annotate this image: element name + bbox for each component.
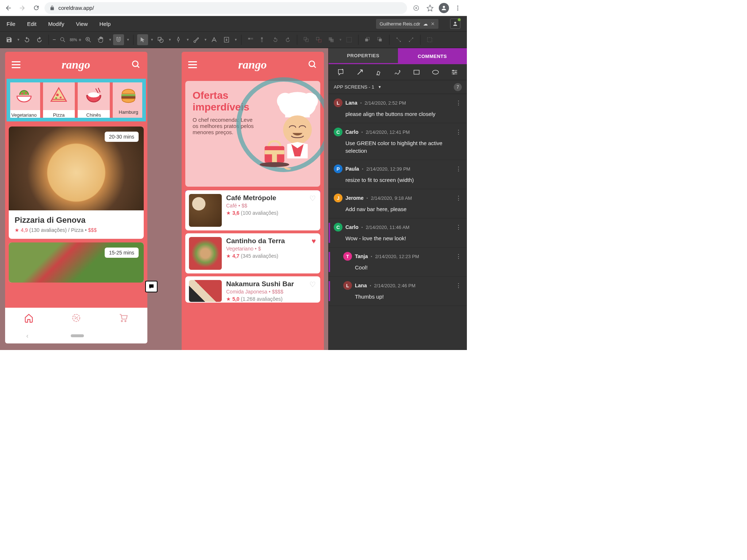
comment-timestamp: 2/14/2020, 12:39 PM: [366, 166, 410, 172]
kebab-menu-icon[interactable]: ⋮: [456, 166, 462, 172]
menu-view[interactable]: View: [76, 21, 88, 27]
menu-edit[interactable]: Edit: [27, 21, 36, 27]
kebab-menu-icon[interactable]: ⋮: [456, 100, 462, 106]
svg-point-3: [457, 7, 458, 8]
artboard-phone-2[interactable]: rango Ofertasimperdíveis O chef recomend…: [182, 52, 324, 350]
cloud-icon: ☁: [423, 21, 428, 27]
user-menu-button[interactable]: [450, 19, 460, 29]
node-del-button[interactable]: [406, 34, 417, 45]
menu-modify[interactable]: Modify: [48, 21, 64, 27]
forward-button[interactable]: [17, 3, 28, 13]
comment-timestamp: 2/14/2020, 2:52 PM: [365, 100, 406, 106]
add-tab-icon[interactable]: [410, 2, 422, 14]
comment-author: Tanja: [355, 253, 368, 259]
category-card: Hamburg: [113, 80, 145, 120]
svg-rect-38: [121, 94, 136, 96]
highlighter-tool[interactable]: [372, 66, 386, 78]
avatar: L: [334, 98, 342, 107]
comment-item[interactable]: CCarlo•2/14/2020, 11:46 AM⋮Wow - love th…: [329, 218, 467, 248]
save-button[interactable]: [4, 34, 15, 45]
zoom-in-button[interactable]: [83, 34, 94, 45]
ungroup-button[interactable]: [313, 34, 324, 45]
comment-body: please align the buttons more closely: [334, 110, 462, 118]
heart-icon: ♡: [309, 280, 316, 289]
align-center-button[interactable]: [258, 34, 268, 45]
comment-marker[interactable]: [145, 281, 158, 292]
node-add-button[interactable]: [393, 34, 404, 45]
profile-avatar[interactable]: [438, 2, 450, 14]
rotate-cw-button[interactable]: [282, 34, 293, 45]
comment-item[interactable]: TTanja•2/14/2020, 12:23 PM⋮Cool!: [329, 248, 467, 277]
category-row: Vegetariano Pizza Chinês Hamburg: [5, 77, 147, 123]
comments-list[interactable]: LLana•2/14/2020, 2:52 PM⋮please align th…: [329, 94, 467, 350]
svg-rect-13: [261, 37, 263, 39]
heart-icon: ♥: [311, 237, 316, 245]
import-tool[interactable]: [221, 34, 232, 45]
address-bar[interactable]: coreldraw.app/: [44, 2, 407, 14]
offer-hero: Ofertasimperdíveis O chef recomenda: Lev…: [185, 81, 320, 187]
text-tool[interactable]: [209, 34, 220, 45]
svg-rect-15: [304, 37, 307, 40]
time-badge: 20-30 mins: [105, 132, 139, 142]
menu-help[interactable]: Help: [99, 21, 111, 27]
note-tool[interactable]: [334, 66, 348, 78]
tab-properties[interactable]: PROPERTIES: [329, 48, 398, 64]
menu-file[interactable]: File: [7, 21, 15, 27]
pan-button[interactable]: [95, 34, 106, 45]
comment-item[interactable]: LLana•2/14/2020, 2:46 PM⋮Thumbs up!: [329, 277, 467, 306]
order-back-button[interactable]: [375, 34, 386, 45]
avatar: T: [343, 252, 352, 261]
group-button[interactable]: [301, 34, 312, 45]
zoom-out-button[interactable]: [57, 34, 68, 45]
rotate-ccw-button[interactable]: [270, 34, 281, 45]
svg-point-37: [88, 92, 100, 97]
thread-header[interactable]: APP SCREENS - 1 ▼ 7: [329, 80, 467, 94]
restaurant-card: 15-25 mins: [9, 242, 144, 283]
settings-tool[interactable]: [447, 66, 462, 78]
kebab-menu-icon[interactable]: ⋮: [456, 195, 462, 202]
combine-button[interactable]: [326, 34, 337, 45]
comment-item[interactable]: LLana•2/14/2020, 2:52 PM⋮please align th…: [329, 94, 467, 123]
redo-button[interactable]: [34, 34, 45, 45]
avatar: C: [334, 223, 342, 232]
crop-button[interactable]: [424, 34, 435, 45]
arrow-tool[interactable]: [353, 66, 367, 78]
kebab-menu-icon[interactable]: [452, 2, 464, 14]
break-button[interactable]: [344, 34, 355, 45]
brush-tool[interactable]: [191, 34, 202, 45]
back-button[interactable]: [3, 3, 14, 13]
comment-item[interactable]: PPaula•2/14/2020, 12:39 PM⋮resize to fit…: [329, 160, 467, 189]
snap-button[interactable]: [113, 34, 124, 45]
svg-point-33: [25, 92, 27, 94]
comment-item[interactable]: JJerome•2/14/2020, 9:18 AM⋮Add nav bar h…: [329, 189, 467, 218]
order-front-button[interactable]: [362, 34, 373, 45]
pizza-icon: [44, 83, 74, 108]
pen-tool[interactable]: [173, 34, 184, 45]
filename-chip[interactable]: Guilherme Reis.cdr ☁ ✕: [376, 19, 438, 29]
artboard-phone-1[interactable]: rango Vegetariano Pizza Chinês: [5, 52, 147, 343]
reload-button[interactable]: [31, 3, 42, 13]
kebab-menu-icon[interactable]: ⋮: [456, 224, 462, 231]
deals-icon: [71, 313, 81, 323]
close-icon[interactable]: ✕: [431, 21, 435, 27]
shape-tool[interactable]: [155, 34, 166, 45]
comment-timestamp: 2/14/2020, 9:18 AM: [371, 195, 412, 201]
freehand-tool[interactable]: [390, 66, 405, 78]
kebab-menu-icon[interactable]: ⋮: [456, 282, 462, 289]
svg-point-35: [60, 97, 62, 98]
tab-comments[interactable]: COMMENTS: [398, 48, 467, 64]
svg-point-63: [453, 73, 454, 74]
ellipse-tool[interactable]: [428, 66, 443, 78]
select-tool[interactable]: [137, 34, 148, 45]
comment-item[interactable]: CCarlo•2/14/2020, 12:41 PM⋮Use GREEN col…: [329, 123, 467, 160]
kebab-menu-icon[interactable]: ⋮: [456, 253, 462, 260]
undo-button[interactable]: [22, 34, 32, 45]
comment-timestamp: 2/14/2020, 12:23 PM: [375, 254, 419, 259]
canvas[interactable]: rango Vegetariano Pizza Chinês: [0, 48, 328, 350]
menubar: File Edit Modify View Help Guilherme Rei…: [0, 16, 467, 31]
comment-body: Wow - love the new look!: [334, 234, 462, 242]
star-icon[interactable]: [424, 2, 436, 14]
kebab-menu-icon[interactable]: ⋮: [456, 129, 462, 136]
rect-tool[interactable]: [409, 66, 424, 78]
align-left-button[interactable]: [245, 34, 256, 45]
